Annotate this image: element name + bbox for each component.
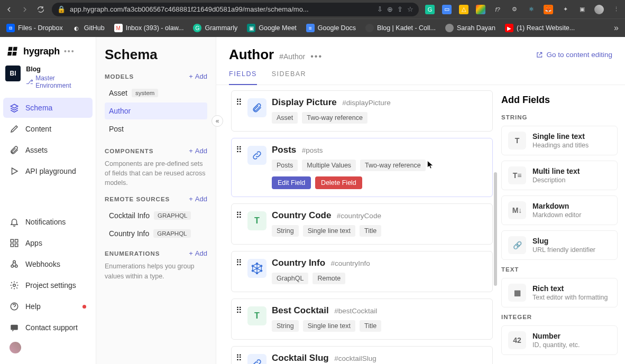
field-card[interactable]: ⠿ T Best Cocktail #bestCocktail StringSi…	[231, 298, 493, 340]
field-name: Country Code	[272, 210, 331, 220]
ext-icon-1[interactable]: G	[425, 5, 435, 14]
nav-help[interactable]: Help	[3, 296, 93, 316]
add-component-button[interactable]: + Add	[189, 147, 207, 155]
model-title: Author	[229, 46, 274, 63]
bookmark-github[interactable]: ◐GitHub	[72, 24, 105, 32]
brand-menu-icon[interactable]: •••	[64, 47, 75, 55]
field-chip: Title	[360, 320, 381, 332]
add-field-option[interactable]: M↓ Markdown Markdown editor	[501, 195, 618, 225]
menu-icon[interactable]: ⋮	[611, 5, 621, 14]
ext-icon-6[interactable]: ⚙	[510, 5, 519, 14]
model-author[interactable]: Author	[105, 102, 207, 119]
field-card[interactable]: ⠿ Cocktail Slug #cocktailSlug StringSlug…	[231, 346, 493, 364]
goto-content-link[interactable]: Go to content editing	[536, 51, 612, 59]
ext-icon-2[interactable]: ▭	[442, 5, 452, 14]
url-bar[interactable]: 🔒 app.hygraph.com/fa3cb006567c468881f216…	[52, 3, 419, 16]
scrollbar[interactable]	[494, 172, 497, 286]
add-fields-title: Add Fields	[501, 95, 618, 106]
field-api-id: #posts	[302, 146, 323, 154]
add-field-option[interactable]: 🔗 Slug URL friendly identifier	[501, 230, 618, 260]
pencil-icon	[10, 124, 19, 134]
model-asset[interactable]: Assetsystem	[105, 85, 207, 101]
tab-sidebar[interactable]: SIDEBAR	[272, 70, 306, 85]
bookmarks-bar: ⧈Files - Dropbox ◐GitHub MInbox (393) - …	[0, 18, 625, 37]
model-post[interactable]: Post	[105, 120, 207, 137]
model-menu-icon[interactable]: •••	[310, 52, 323, 61]
models-header: MODELS + Add	[105, 72, 207, 80]
profile-avatar[interactable]	[594, 5, 604, 14]
brand[interactable]: hygraph •••	[0, 37, 96, 62]
forward-button[interactable]	[20, 5, 30, 14]
ext-icon-4[interactable]	[476, 5, 485, 14]
bookmark-dropbox[interactable]: ⧈Files - Dropbox	[6, 24, 63, 32]
add-enum-button[interactable]: + Add	[189, 249, 207, 257]
extensions-icon[interactable]: ✦	[560, 5, 570, 14]
field-chip: Multiple Values	[302, 160, 356, 171]
drag-handle-icon[interactable]: ⠿	[236, 145, 242, 155]
bookmarks-overflow[interactable]: »	[614, 23, 619, 33]
back-button[interactable]	[4, 5, 14, 14]
nav-apps[interactable]: Apps	[3, 233, 93, 253]
bookmark-sarah[interactable]: Sarah Dayan	[445, 24, 495, 32]
remote-country[interactable]: Country InfoGRAPHQL	[105, 225, 207, 242]
nav-content[interactable]: Content	[3, 119, 93, 139]
bookmark-react[interactable]: ▶(1) React Website...	[505, 24, 575, 32]
bookmark-gmail[interactable]: MInbox (393) - olaw...	[114, 24, 184, 32]
nav-webhooks[interactable]: Webhooks	[3, 254, 93, 274]
ext-icon-5[interactable]: f?	[493, 5, 502, 14]
share-icon[interactable]: ⇧	[397, 5, 403, 13]
bookmark-docs[interactable]: ≡Google Docs	[306, 24, 356, 32]
drag-handle-icon[interactable]: ⠿	[236, 258, 242, 268]
add-field-option[interactable]: 42 Number ID, quantity, etc.	[501, 325, 618, 355]
svg-rect-2	[11, 244, 13, 247]
zoom-icon[interactable]: ⊕	[387, 5, 393, 13]
bookmark-blog[interactable]: Blog | Kadet - Coll...	[365, 24, 436, 32]
attachment-icon	[10, 145, 19, 155]
add-remote-button[interactable]: + Add	[189, 195, 207, 203]
add-field-option[interactable]: T Single line text Headings and titles	[501, 126, 618, 155]
add-field-option[interactable]: ▦ Rich text Text editor with formatting	[501, 278, 618, 307]
field-type-icon	[247, 259, 266, 278]
nav-assets[interactable]: Assets	[3, 140, 93, 160]
bookmark-grammarly[interactable]: GGrammarly	[193, 24, 237, 32]
add-field-type-icon: ▦	[508, 284, 526, 302]
add-field-option[interactable]: T≡ Multi line text Description	[501, 161, 618, 190]
ext-icon-8[interactable]: 🦊	[544, 5, 553, 14]
drag-handle-icon[interactable]: ⠿	[236, 305, 242, 315]
svg-rect-9	[11, 325, 18, 330]
field-card[interactable]: ⠿ Display Picture #displayPicture AssetT…	[231, 90, 493, 132]
svg-point-13	[256, 273, 258, 274]
drag-handle-icon[interactable]: ⠿	[236, 353, 242, 363]
tab-fields[interactable]: FIELDS	[229, 70, 257, 85]
project-selector[interactable]: Bl Blog ⎇Master Environment	[5, 66, 90, 89]
field-card[interactable]: ⠿ Posts #posts PostsMultiple ValuesTwo-w…	[231, 138, 493, 197]
nav-playground[interactable]: API playground	[3, 161, 93, 181]
project-env: ⎇Master Environment	[26, 74, 90, 89]
svg-rect-1	[15, 239, 18, 242]
remote-cocktail[interactable]: Cocktail InfoGRAPHQL	[105, 207, 207, 224]
add-model-button[interactable]: + Add	[189, 72, 207, 80]
nav-support[interactable]: Contact support	[3, 318, 93, 338]
nav-schema[interactable]: Schema	[3, 98, 93, 118]
edit-field-button[interactable]: Edit Field	[272, 176, 311, 189]
svg-rect-3	[15, 244, 18, 247]
remote-header: REMOTE SOURCES + Add	[105, 195, 207, 203]
nav-settings[interactable]: Project settings	[3, 275, 93, 295]
ext-icon-3[interactable]: △	[459, 5, 468, 14]
add-field-group-label: STRING	[501, 114, 618, 120]
panel-icon[interactable]: ▣	[577, 5, 587, 14]
bookmark-meet[interactable]: ▣Google Meet	[247, 24, 297, 32]
reload-button[interactable]	[36, 5, 45, 14]
nav-notifications[interactable]: Notifications	[3, 212, 93, 232]
field-card[interactable]: ⠿ Country Info #countryInfo GraphQLRemot…	[231, 251, 493, 292]
install-icon[interactable]: ⇩	[377, 5, 383, 13]
delete-field-button[interactable]: Delete Field	[315, 176, 362, 189]
drag-handle-icon[interactable]: ⠿	[236, 210, 242, 220]
bookmark-star-icon[interactable]: ☆	[407, 5, 413, 13]
user-avatar-row[interactable]	[3, 339, 93, 359]
field-card[interactable]: ⠿ T Country Code #countryCode StringSing…	[231, 203, 493, 245]
drag-handle-icon[interactable]: ⠿	[236, 97, 242, 107]
svg-point-10	[256, 263, 258, 264]
ext-icon-7[interactable]: ⚛	[527, 5, 536, 14]
field-chip: String	[272, 320, 299, 332]
